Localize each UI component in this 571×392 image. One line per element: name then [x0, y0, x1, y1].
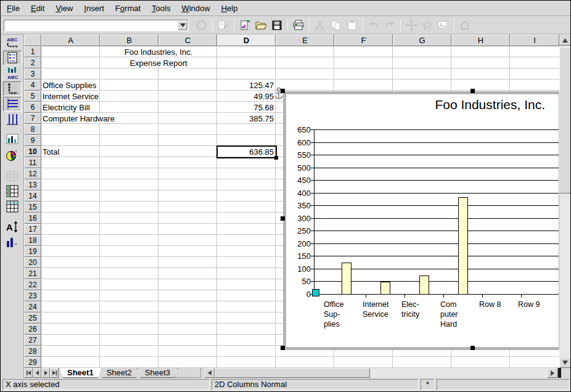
row-header-20[interactable]: 20: [24, 257, 41, 268]
axes-title-icon[interactable]: ABC: [3, 66, 22, 81]
row-header-19[interactable]: 19: [24, 246, 41, 257]
chart-title-icon[interactable]: ABC: [3, 35, 22, 50]
x-axis-label-computer-hard[interactable]: Com puter Hard: [440, 300, 477, 329]
horizontal-grid-icon[interactable]: [3, 97, 22, 112]
row-header-15[interactable]: 15: [24, 202, 41, 213]
select-all-corner[interactable]: [24, 35, 41, 46]
x-axis-selection-handle[interactable]: [312, 289, 319, 296]
row-header-25[interactable]: 25: [24, 312, 41, 324]
menu-window[interactable]: Window: [176, 1, 215, 15]
row-header-1[interactable]: 1: [24, 46, 41, 57]
y-axis-label[interactable]: 250: [287, 226, 311, 235]
chart-title[interactable]: Foo Industries, Inc.: [435, 97, 545, 112]
chart-resize-handle-top[interactable]: [470, 89, 475, 93]
last-sheet-icon[interactable]: [50, 368, 59, 378]
row-header-24[interactable]: 24: [24, 301, 41, 312]
row-header-2[interactable]: 2: [24, 57, 41, 68]
row-header-8[interactable]: 8: [24, 124, 41, 135]
cell-D7[interactable]: 385.75: [218, 114, 274, 123]
next-sheet-icon[interactable]: [41, 368, 50, 378]
combobox-dropdown-icon[interactable]: [178, 21, 187, 30]
save-icon[interactable]: [269, 18, 284, 33]
x-axis-label-row-8[interactable]: Row 8: [479, 300, 516, 309]
y-axis-label[interactable]: 600: [287, 138, 311, 147]
row-header-16[interactable]: 16: [24, 213, 41, 224]
x-axis-label-row-9[interactable]: Row 9: [518, 300, 555, 309]
row-header-22[interactable]: 22: [24, 279, 41, 290]
scroll-up-icon[interactable]: [559, 35, 571, 46]
x-axis-label-electricity[interactable]: Elec- tricity: [401, 300, 438, 319]
horizontal-scrollbar[interactable]: [215, 368, 571, 378]
menu-file[interactable]: File: [1, 1, 25, 15]
y-axis-label[interactable]: 0: [287, 290, 311, 299]
vertical-scrollbar[interactable]: [559, 35, 571, 368]
y-axis-label[interactable]: 150: [287, 251, 311, 261]
sheet-tab-sheet1[interactable]: Sheet1: [59, 368, 102, 378]
y-axis-label[interactable]: 500: [287, 163, 311, 173]
chart-bar-electricity[interactable]: [419, 276, 429, 295]
column-header-d[interactable]: D: [217, 35, 276, 46]
chart-legend-icon[interactable]: [3, 51, 22, 65]
prev-sheet-icon[interactable]: [33, 368, 41, 378]
open-icon[interactable]: [253, 18, 268, 33]
chart-bar-internet-service[interactable]: [380, 282, 390, 295]
column-header-g[interactable]: G: [393, 35, 451, 46]
menu-format[interactable]: Format: [110, 1, 146, 15]
cell-A6[interactable]: Electricity Bill: [43, 103, 90, 112]
row-header-14[interactable]: 14: [24, 190, 41, 202]
chart-resize-handle-bottom-left[interactable]: [281, 346, 285, 350]
cell-fill-handle[interactable]: [274, 156, 278, 160]
row-header-11[interactable]: 11: [24, 157, 41, 168]
menu-insert[interactable]: Insert: [78, 1, 110, 15]
row-header-5[interactable]: 5: [24, 91, 41, 102]
sheet-tab-sheet2[interactable]: Sheet2: [99, 368, 140, 378]
scale-text-icon[interactable]: A: [3, 219, 22, 234]
y-axis-label[interactable]: 550: [287, 150, 311, 160]
column-header-i[interactable]: I: [510, 35, 559, 46]
cell-D6[interactable]: 75.68: [218, 103, 274, 112]
row-header-12[interactable]: 12: [24, 168, 41, 179]
cell-A4[interactable]: Office Supplies: [43, 81, 96, 90]
row-header-3[interactable]: 3: [24, 68, 41, 80]
data-in-rows-icon[interactable]: [3, 184, 22, 198]
row-header-23[interactable]: 23: [24, 290, 41, 301]
vertical-scrollbar-thumb[interactable]: [559, 47, 571, 194]
cell-D4[interactable]: 125.47: [218, 81, 274, 90]
y-axis-label[interactable]: 300: [287, 214, 311, 223]
reorganize-chart-icon[interactable]: [3, 235, 22, 250]
y-axis-label[interactable]: 450: [287, 176, 311, 185]
x-axis-label-office-supplies[interactable]: Office Sup- plies: [324, 300, 361, 329]
menu-edit[interactable]: Edit: [25, 1, 50, 15]
chart-bar-computer-hard[interactable]: [458, 197, 468, 295]
row-header-17[interactable]: 17: [24, 224, 41, 235]
row-header-28[interactable]: 28: [24, 346, 41, 357]
autoformat-chart-icon[interactable]: [3, 148, 22, 163]
edit-chart-type-icon[interactable]: [3, 133, 22, 147]
column-header-a[interactable]: A: [41, 35, 100, 46]
show-axis-descriptions-icon[interactable]: [3, 81, 22, 96]
y-axis-label[interactable]: 650: [287, 125, 311, 134]
url-combobox[interactable]: [4, 20, 189, 31]
row-header-27[interactable]: 27: [24, 335, 41, 346]
data-in-columns-icon[interactable]: [3, 199, 22, 214]
scroll-right-icon[interactable]: [547, 368, 558, 378]
cell-A5[interactable]: Internet Service: [43, 92, 99, 101]
column-header-e[interactable]: E: [276, 35, 334, 46]
chart-plot-area[interactable]: [314, 130, 559, 295]
y-axis-label[interactable]: 50: [287, 277, 311, 286]
print-icon[interactable]: [291, 18, 306, 33]
row-header-26[interactable]: 26: [24, 324, 41, 335]
column-header-b[interactable]: B: [100, 35, 158, 46]
row-header-4[interactable]: 4: [24, 80, 41, 91]
vertical-grid-icon[interactable]: [3, 112, 22, 127]
chart-resize-handle-left[interactable]: [281, 216, 285, 221]
horizontal-scrollbar-thumb[interactable]: [215, 368, 370, 378]
row-header-18[interactable]: 18: [24, 235, 41, 246]
column-header-c[interactable]: C: [158, 35, 217, 46]
row-header-21[interactable]: 21: [24, 268, 41, 279]
cell-B2[interactable]: Expense Report: [101, 59, 216, 68]
x-axis-label-internet-service[interactable]: Internet Service: [363, 300, 400, 319]
menu-tools[interactable]: Tools: [146, 1, 176, 15]
y-axis-label[interactable]: 400: [287, 189, 311, 198]
y-axis-label[interactable]: 100: [287, 264, 311, 274]
